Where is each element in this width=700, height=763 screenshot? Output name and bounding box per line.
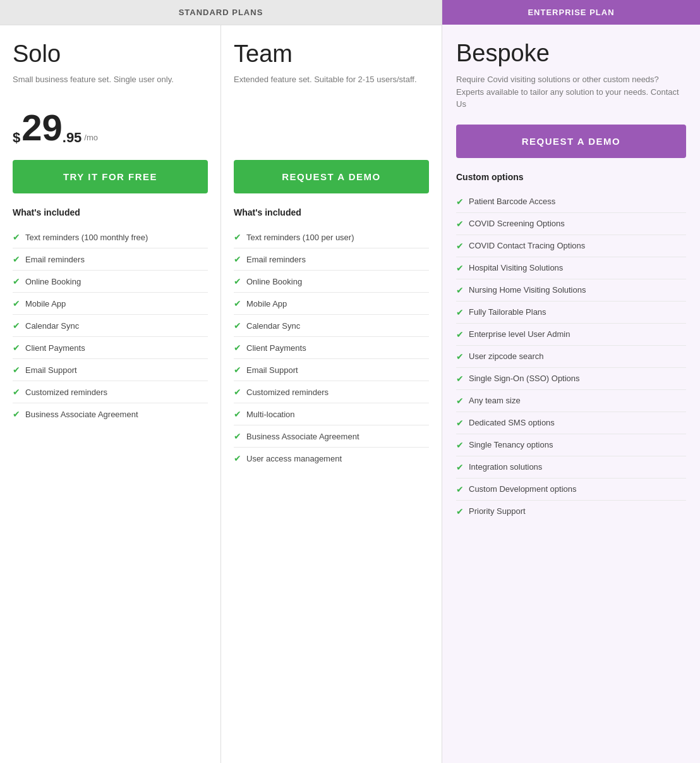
check-icon: ✔ — [456, 329, 464, 339]
check-icon: ✔ — [456, 506, 464, 516]
list-item: ✔Mobile App — [234, 293, 429, 315]
bespoke-custom-title: Custom options — [456, 172, 686, 182]
list-item: ✔Mobile App — [13, 293, 208, 315]
list-item: ✔Patient Barcode Access — [456, 191, 686, 213]
check-icon: ✔ — [234, 298, 241, 308]
check-icon: ✔ — [234, 254, 241, 264]
check-icon: ✔ — [234, 431, 241, 441]
check-icon: ✔ — [456, 219, 464, 229]
team-plan-description: Extended feature set. Suitable for 2-15 … — [234, 74, 429, 97]
list-item: ✔Customized reminders — [13, 381, 208, 403]
solo-price-whole: 29 — [21, 109, 63, 146]
list-item: ✔Dedicated SMS options — [456, 412, 686, 434]
list-item: ✔Text reminders (100 per user) — [234, 226, 429, 248]
check-icon: ✔ — [456, 396, 464, 406]
solo-plan-description: Small business feature set. Single user … — [13, 74, 208, 97]
check-icon: ✔ — [456, 418, 464, 428]
bespoke-feature-list: ✔Patient Barcode Access✔COVID Screening … — [456, 191, 686, 522]
list-item: ✔Email reminders — [13, 248, 208, 271]
check-icon: ✔ — [13, 232, 20, 242]
list-item: ✔Single Sign-On (SSO) Options — [456, 368, 686, 390]
check-icon: ✔ — [234, 453, 241, 463]
check-icon: ✔ — [456, 197, 464, 207]
enterprise-plan-header: ENTERPRISE PLAN — [442, 0, 700, 25]
list-item: ✔Single Tenancy options — [456, 434, 686, 456]
solo-cta-button[interactable]: TRY IT FOR FREE — [13, 160, 208, 193]
list-item: ✔Integration solutions — [456, 456, 686, 479]
list-item: ✔Online Booking — [234, 271, 429, 293]
check-icon: ✔ — [234, 232, 241, 242]
check-icon: ✔ — [13, 365, 20, 375]
list-item: ✔Business Associate Agreement — [13, 403, 208, 425]
solo-price-cents: .95 — [63, 130, 82, 146]
list-item: ✔Calendar Sync — [13, 315, 208, 337]
list-item: ✔Custom Development options — [456, 479, 686, 501]
list-item: ✔COVID Contact Tracing Options — [456, 235, 686, 257]
list-item: ✔Any team size — [456, 390, 686, 412]
check-icon: ✔ — [456, 307, 464, 317]
check-icon: ✔ — [456, 462, 464, 472]
list-item: ✔Client Payments — [13, 337, 208, 359]
team-plan: Team Extended feature set. Suitable for … — [221, 25, 442, 763]
list-item: ✔Online Booking — [13, 271, 208, 293]
list-item: ✔Multi-location — [234, 403, 429, 425]
list-item: ✔Email reminders — [234, 248, 429, 271]
check-icon: ✔ — [456, 484, 464, 494]
team-cta-button[interactable]: REQUEST A DEMO — [234, 160, 429, 193]
solo-plan-name: Solo — [13, 40, 208, 68]
solo-included-title: What's included — [13, 207, 208, 217]
list-item: ✔Calendar Sync — [234, 315, 429, 337]
check-icon: ✔ — [234, 320, 241, 331]
team-plan-price — [234, 108, 429, 146]
solo-plan: Solo Small business feature set. Single … — [0, 25, 221, 763]
standard-plans-body: Solo Small business feature set. Single … — [0, 25, 442, 763]
list-item: ✔Business Associate Agreement — [234, 425, 429, 448]
check-icon: ✔ — [13, 298, 20, 308]
list-item: ✔Email Support — [13, 359, 208, 381]
team-plan-name: Team — [234, 40, 429, 68]
check-icon: ✔ — [234, 343, 241, 353]
solo-plan-price: $ 29 .95 /mo — [13, 108, 208, 146]
check-icon: ✔ — [456, 374, 464, 384]
check-icon: ✔ — [234, 276, 241, 286]
check-icon: ✔ — [456, 351, 464, 362]
bespoke-cta-button[interactable]: REQUEST A DEMO — [456, 125, 686, 158]
team-feature-list: ✔Text reminders (100 per user)✔Email rem… — [234, 226, 429, 469]
enterprise-plan-section: ENTERPRISE PLAN Bespoke Require Covid vi… — [442, 0, 700, 763]
check-icon: ✔ — [13, 387, 20, 397]
solo-price-dollar: $ — [13, 130, 20, 146]
check-icon: ✔ — [13, 276, 20, 286]
list-item: ✔Fully Tailorable Plans — [456, 302, 686, 324]
check-icon: ✔ — [234, 365, 241, 375]
list-item: ✔Hospital Visiting Solutions — [456, 257, 686, 279]
list-item: ✔Client Payments — [234, 337, 429, 359]
list-item: ✔Enterprise level User Admin — [456, 324, 686, 346]
check-icon: ✔ — [13, 409, 20, 419]
solo-price-period: /mo — [84, 133, 98, 142]
check-icon: ✔ — [456, 263, 464, 273]
list-item: ✔User access management — [234, 448, 429, 469]
check-icon: ✔ — [13, 254, 20, 264]
list-item: ✔Nursing Home Visiting Solutions — [456, 279, 686, 302]
bespoke-plan-name: Bespoke — [456, 40, 686, 67]
list-item: ✔Priority Support — [456, 501, 686, 522]
check-icon: ✔ — [234, 387, 241, 397]
list-item: ✔Email Support — [234, 359, 429, 381]
list-item: ✔Text reminders (100 monthly free) — [13, 226, 208, 248]
check-icon: ✔ — [456, 241, 464, 251]
team-included-title: What's included — [234, 207, 429, 217]
standard-plans-header: STANDARD PLANS — [0, 0, 442, 25]
list-item: ✔COVID Screening Options — [456, 213, 686, 235]
standard-plans-section: STANDARD PLANS Solo Small business featu… — [0, 0, 442, 763]
check-icon: ✔ — [456, 285, 464, 295]
bespoke-plan-description: Require Covid visiting solutions or othe… — [456, 73, 686, 111]
solo-feature-list: ✔Text reminders (100 monthly free)✔Email… — [13, 226, 208, 425]
check-icon: ✔ — [13, 343, 20, 353]
list-item: ✔User zipcode search — [456, 346, 686, 368]
check-icon: ✔ — [234, 409, 241, 419]
check-icon: ✔ — [456, 440, 464, 450]
enterprise-plan-body: Bespoke Require Covid visiting solutions… — [442, 25, 700, 763]
list-item: ✔Customized reminders — [234, 381, 429, 403]
plans-wrapper: STANDARD PLANS Solo Small business featu… — [0, 0, 700, 763]
check-icon: ✔ — [13, 320, 20, 331]
